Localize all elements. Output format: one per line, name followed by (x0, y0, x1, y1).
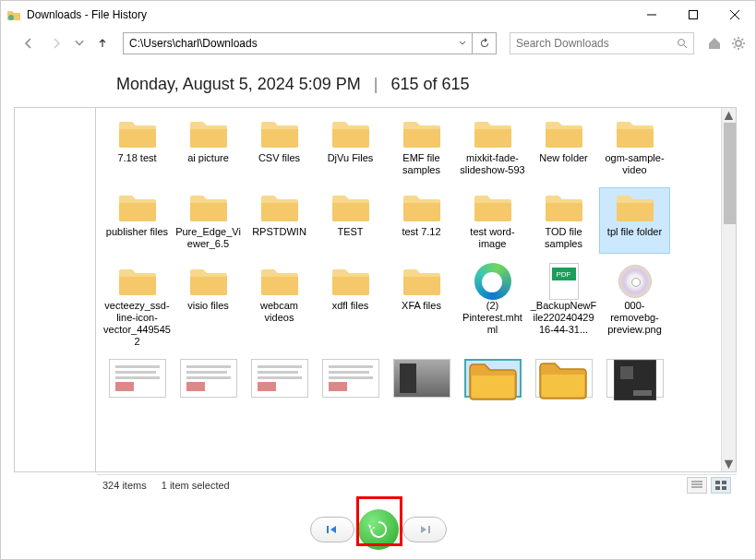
file-item[interactable]: publisher files (102, 187, 173, 254)
thumbnail-item[interactable] (457, 355, 528, 401)
file-item[interactable]: XFA files (386, 261, 457, 351)
search-icon[interactable] (671, 38, 693, 49)
file-item[interactable]: mixkit-fade-slideshow-593 (457, 113, 528, 180)
folder-icon (115, 117, 160, 150)
svg-line-15 (742, 39, 744, 41)
folder-icon (258, 191, 302, 224)
folder-icon (400, 117, 444, 150)
close-button[interactable] (714, 1, 755, 29)
file-item[interactable]: test 7.12 (386, 187, 457, 254)
file-item[interactable]: ai picture (173, 113, 244, 180)
file-label: publisher files (106, 226, 168, 238)
file-item[interactable]: TOD file samples (528, 187, 599, 254)
thumbnail-item[interactable] (386, 355, 457, 401)
file-label: Pure_Edge_Viewer_6.5 (174, 226, 242, 250)
restore-button[interactable] (358, 509, 399, 550)
up-button[interactable] (91, 32, 114, 54)
selection-count: 1 item selected (162, 480, 230, 491)
file-item[interactable]: test word-image (457, 187, 528, 254)
file-label: mixkit-fade-slideshow-593 (459, 152, 526, 176)
file-item[interactable]: DjVu Files (315, 113, 386, 180)
minimize-button[interactable] (630, 1, 672, 29)
next-version-button[interactable] (402, 517, 447, 542)
file-item[interactable]: RPSTDWIN (244, 187, 315, 254)
folder-icon (258, 265, 302, 298)
forward-button[interactable] (45, 32, 67, 54)
thumbnail-item[interactable] (173, 355, 244, 401)
status-bar: 324 items 1 item selected (97, 474, 737, 494)
maximize-button[interactable] (672, 1, 714, 29)
file-label: test 7.12 (402, 226, 440, 238)
file-label: ai picture (187, 152, 229, 164)
search-input[interactable] (510, 37, 671, 50)
file-item[interactable]: webcam videos (244, 261, 315, 351)
page-header: Monday, August 5, 2024 5:09 PM | 615 of … (1, 58, 755, 107)
folder-icon (400, 265, 444, 298)
file-label: TOD file samples (530, 226, 597, 250)
file-item[interactable]: CSV files (244, 113, 315, 180)
file-item[interactable]: TEST (315, 187, 386, 254)
title-bar: Downloads - File History (1, 1, 755, 29)
address-input[interactable] (124, 33, 453, 54)
folder-icon (186, 117, 231, 150)
file-item[interactable]: 000-removebg-preview.png (599, 261, 670, 351)
file-label: tpl file folder (607, 226, 662, 238)
address-bar[interactable] (123, 32, 497, 54)
folder-icon (115, 191, 160, 224)
folder-icon (329, 117, 373, 150)
thumbnails-view-button[interactable] (711, 477, 731, 494)
svg-rect-22 (722, 486, 726, 490)
thumbnail-item[interactable] (244, 355, 315, 401)
folder-icon (329, 265, 373, 298)
file-item[interactable]: visio files (173, 261, 244, 351)
svg-line-12 (734, 39, 736, 41)
file-label: TEST (337, 226, 363, 238)
svg-point-5 (678, 40, 685, 46)
file-item[interactable]: ogm-sample-video (599, 113, 670, 180)
address-dropdown[interactable] (453, 33, 472, 54)
svg-rect-2 (689, 11, 697, 19)
file-label: xdfl files (332, 300, 369, 312)
file-item[interactable]: New folder (528, 113, 599, 180)
pdf-icon: PDF (542, 265, 586, 298)
file-item[interactable]: Pure_Edge_Viewer_6.5 (173, 187, 244, 254)
folder-icon (613, 191, 657, 224)
details-view-button[interactable] (687, 477, 707, 494)
search-box[interactable] (510, 32, 694, 54)
item-count: 324 items (102, 480, 147, 491)
thumbnail-item[interactable] (315, 355, 386, 401)
snapshot-count: 615 of 615 (391, 75, 470, 94)
recent-dropdown[interactable] (73, 32, 86, 54)
folder-icon (186, 191, 231, 224)
thumbnail-item[interactable] (102, 355, 173, 401)
scroll-up-arrow[interactable]: ▲ (722, 108, 736, 123)
file-label: visio files (187, 300, 229, 312)
svg-line-14 (734, 47, 736, 49)
back-button[interactable] (18, 32, 40, 54)
thumbnail-item[interactable] (528, 355, 599, 401)
file-item[interactable]: vecteezy_ssd-line-icon-vector_4495452 (102, 261, 173, 351)
previous-version-button[interactable] (310, 517, 354, 542)
file-label: EMF file samples (388, 152, 455, 176)
file-label: 000-removebg-preview.png (601, 300, 668, 336)
file-item[interactable]: PDF_BackupNewFile220240429 16-44-31... (528, 261, 599, 351)
file-item[interactable]: EMF file samples (386, 113, 457, 180)
folder-icon (542, 191, 586, 224)
scroll-down-arrow[interactable]: ▼ (722, 457, 736, 471)
thumbnail-item[interactable] (599, 355, 670, 401)
snapshot-timestamp: Monday, August 5, 2024 5:09 PM (116, 75, 361, 94)
folder-icon (613, 117, 657, 150)
svg-rect-24 (428, 526, 430, 533)
file-label: webcam videos (246, 300, 313, 324)
folder-icon (186, 265, 231, 298)
file-item[interactable]: xdfl files (315, 261, 386, 351)
settings-icon[interactable] (729, 34, 748, 53)
home-icon[interactable] (705, 34, 724, 53)
file-item[interactable]: tpl file folder (599, 187, 670, 254)
vertical-scrollbar[interactable]: ▲ ▼ (721, 108, 736, 471)
scroll-thumb[interactable] (724, 123, 737, 224)
file-item[interactable]: (2) Pinterest.mhtml (457, 261, 528, 351)
refresh-button[interactable] (472, 33, 496, 54)
file-label: 7.18 test (117, 152, 156, 164)
file-item[interactable]: 7.18 test (102, 113, 173, 180)
